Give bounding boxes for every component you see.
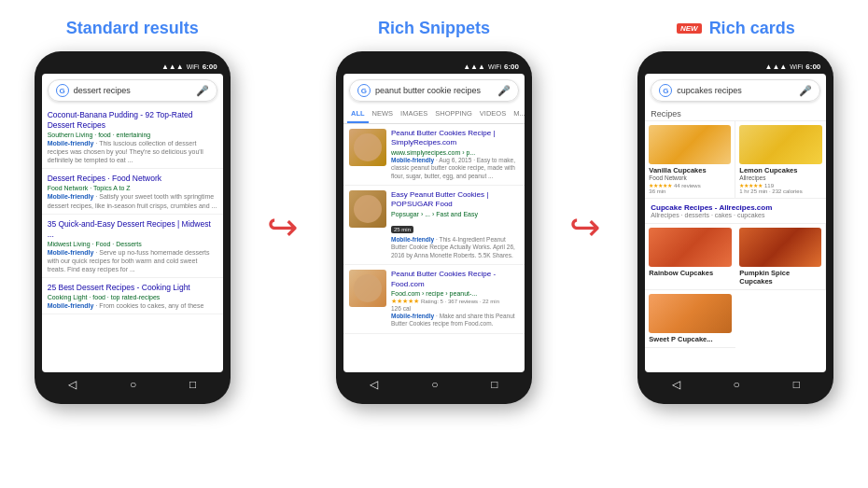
card-source-lemon: Allrecipes — [739, 174, 822, 181]
phone-bottom-3: ◁ ○ □ — [645, 372, 826, 393]
snippet-content-3: Peanut Butter Cookies Recipe - Food.com … — [391, 270, 519, 328]
recents-btn-1[interactable]: □ — [189, 378, 196, 391]
recents-btn-3[interactable]: □ — [793, 378, 800, 391]
snippet-url-2: Popsugar › ... › Fast and Easy — [391, 211, 519, 217]
home-btn-2[interactable]: ○ — [431, 378, 438, 391]
snippet-title-2[interactable]: Easy Peanut Butter Cookies | POPSUGAR Fo… — [391, 190, 519, 210]
result-source-2: Food Network · Topics A to Z — [48, 185, 217, 191]
tab-news[interactable]: NEWS — [369, 105, 398, 123]
result-snippet-2: Mobile-friendly · Satisfy your sweet too… — [48, 192, 217, 209]
back-btn-3[interactable]: ◁ — [672, 378, 680, 391]
card-rainbow[interactable]: Rainbow Cupcakes — [645, 224, 735, 290]
cookie-img-1 — [354, 133, 382, 161]
card-img-sweet — [649, 294, 732, 333]
card-img-lemon — [739, 125, 822, 164]
snippet-content-1: Peanut Butter Cookies Recipe | SimplyRec… — [391, 129, 519, 180]
snippet-item-2: Easy Peanut Butter Cookies | POPSUGAR Fo… — [343, 186, 525, 265]
phone-bottom-2: ◁ ○ □ — [343, 372, 525, 393]
card-title-lemon: Lemon Cupcakes — [739, 166, 822, 174]
tab-more[interactable]: M... — [510, 105, 525, 123]
snippet-url-1: www.simplyrecipes.com › p... — [391, 149, 519, 156]
rich-cards-title: Rich cards — [709, 19, 795, 38]
card-title-allrecipes: Cupcake Recipes - Allrecipes.com — [651, 203, 820, 212]
rich-cards-title-row: NEW Rich cards — [677, 19, 795, 38]
arrow-1: ↪ — [267, 205, 299, 248]
main-container: Standard results ▲▲▲ WiFi 6:00 G dessert… — [0, 0, 868, 488]
phone-notch-1: ▲▲▲ WiFi 6:00 — [42, 61, 223, 74]
snippet-thumb-2 — [349, 190, 386, 228]
card-vanilla[interactable]: Vanilla Cupcakes Food Network ★★★★★ 44 r… — [645, 121, 735, 199]
home-btn-1[interactable]: ○ — [130, 378, 136, 391]
mic-icon-1[interactable]: 🎤 — [196, 85, 209, 97]
cards-search-bar[interactable]: G cupcakes recipes 🎤 — [651, 79, 820, 102]
snippets-phone: ▲▲▲ WiFi 6:00 G peanut butter cookie rec… — [336, 51, 532, 404]
tab-shopping[interactable]: SHOPPING — [431, 105, 476, 123]
result-title-4[interactable]: 25 Best Dessert Recipes - Cooking Light — [48, 283, 217, 293]
tab-images[interactable]: IMAGES — [397, 105, 431, 123]
standard-search-bar[interactable]: G dessert recipes 🎤 — [48, 79, 217, 102]
snippet-thumb-1 — [349, 129, 386, 166]
card-stars-vanilla: ★★★★★ 44 reviews — [649, 182, 731, 188]
google-logo-3: G — [659, 84, 672, 97]
wifi-icon-1: WiFi — [187, 63, 200, 70]
standard-results-column: Standard results ▲▲▲ WiFi 6:00 G dessert… — [9, 19, 255, 404]
tab-videos[interactable]: VIDEOS — [476, 105, 510, 123]
signal-icon-2: ▲▲▲ — [463, 63, 485, 71]
snippet-meta-2: Mobile-friendly · This 4-Ingredient Pean… — [391, 236, 519, 259]
standard-results-title: Standard results — [66, 19, 199, 38]
card-meta-vanilla: 36 min — [649, 188, 731, 194]
result-snippet-3: Mobile-friendly · Serve up no-fuss homem… — [48, 248, 217, 273]
arrow-1-container: ↪ — [255, 205, 311, 248]
result-item-4: 25 Best Dessert Recipes - Cooking Light … — [42, 278, 223, 314]
card-title-rainbow: Rainbow Cupcakes — [649, 269, 732, 277]
mic-icon-2[interactable]: 🎤 — [497, 85, 511, 97]
snippets-search-bar[interactable]: G peanut butter cookie recipes 🎤 — [349, 79, 519, 102]
result-snippet-1: Mobile-friendly · This luscious collecti… — [48, 139, 217, 164]
snippet-title-3[interactable]: Peanut Butter Cookies Recipe - Food.com — [391, 270, 519, 289]
standard-search-text: dessert recipes — [74, 86, 191, 95]
snippet-calories-3: 126 cal — [391, 305, 519, 312]
card-title-sweet: Sweet P Cupcake... — [649, 335, 732, 343]
snippet-content-2: Easy Peanut Butter Cookies | POPSUGAR Fo… — [391, 190, 519, 259]
result-item-1: Coconut-Banana Pudding - 92 Top-Rated De… — [42, 105, 223, 169]
mic-icon-3[interactable]: 🎤 — [799, 85, 812, 97]
phone-notch-3: ▲▲▲ WiFi 6:00 — [645, 61, 826, 74]
cards-search-text: cupcakes recipes — [677, 86, 794, 95]
phone-notch-2: ▲▲▲ WiFi 6:00 — [343, 61, 525, 74]
card-pumpkin[interactable]: Pumpkin Spice Cupcakes — [735, 224, 826, 290]
standard-screen: G dessert recipes 🎤 Coconut-Banana Puddi… — [42, 74, 223, 372]
result-snippet-4: Mobile-friendly · From cookies to cakes,… — [48, 301, 217, 310]
time-display-2: 6:00 — [504, 63, 519, 71]
card-sweet[interactable]: Sweet P Cupcake... — [645, 290, 735, 348]
result-title-2[interactable]: Dessert Recipes · Food Network — [48, 174, 217, 184]
snippet-time-2: 25 min — [391, 226, 413, 233]
wifi-icon-2: WiFi — [488, 63, 501, 70]
snippet-meta-1: Mobile-friendly · Aug 6, 2015 · Easy to … — [391, 157, 519, 180]
cookie-img-2 — [354, 195, 382, 223]
rich-snippets-column: Rich Snippets ▲▲▲ WiFi 6:00 G peanut but… — [311, 19, 556, 404]
snippets-search-text: peanut butter cookie recipes — [375, 86, 493, 95]
card-lemon[interactable]: Lemon Cupcakes Allrecipes ★★★★★ 119 1 hr… — [735, 121, 826, 199]
arrow-2-container: ↪ — [557, 205, 613, 248]
phone-bottom-1: ◁ ○ □ — [42, 372, 223, 393]
snippet-thumb-3 — [349, 270, 386, 307]
back-btn-2[interactable]: ◁ — [370, 378, 378, 391]
home-btn-3[interactable]: ○ — [734, 378, 740, 391]
tab-all[interactable]: ALL — [347, 105, 369, 123]
google-logo-1: G — [56, 84, 69, 97]
card-allrecipes-wide[interactable]: Cupcake Recipes - Allrecipes.com Allreci… — [645, 199, 826, 224]
recents-btn-2[interactable]: □ — [491, 378, 497, 391]
card-title-vanilla: Vanilla Cupcakes — [649, 166, 731, 174]
snippet-title-1[interactable]: Peanut Butter Cookies Recipe | SimplyRec… — [391, 129, 519, 148]
wifi-icon-3: WiFi — [790, 63, 803, 70]
arrow-2: ↪ — [569, 205, 601, 248]
result-title-1[interactable]: Coconut-Banana Pudding - 92 Top-Rated De… — [48, 110, 217, 131]
back-btn-1[interactable]: ◁ — [68, 378, 77, 391]
result-title-3[interactable]: 35 Quick-and-Easy Dessert Recipes | Midw… — [48, 219, 217, 240]
card-source-allrecipes: Allrecipes · desserts · cakes · cupcakes — [651, 212, 820, 218]
card-source-vanilla: Food Network — [649, 174, 731, 181]
time-display-1: 6:00 — [203, 63, 217, 71]
result-source-4: Cooking Light · food · top rated-recipes — [48, 294, 217, 300]
snippets-screen: G peanut butter cookie recipes 🎤 ALL NEW… — [343, 74, 525, 372]
result-item-3: 35 Quick-and-Easy Dessert Recipes | Midw… — [42, 215, 223, 278]
